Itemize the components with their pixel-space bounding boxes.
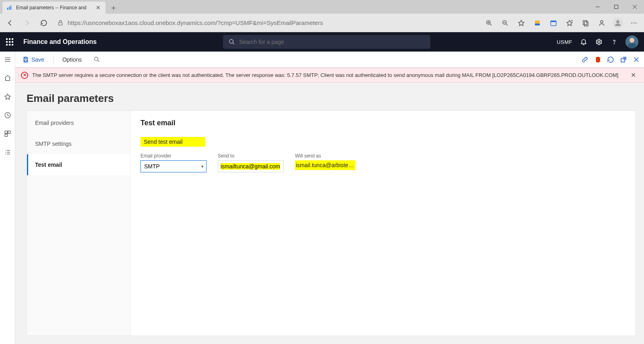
global-search[interactable] xyxy=(223,35,430,49)
tab-favicon xyxy=(6,4,13,11)
options-button[interactable]: Options xyxy=(59,55,85,64)
separator xyxy=(53,55,54,64)
svg-rect-0 xyxy=(7,8,8,10)
svg-point-29 xyxy=(636,22,636,23)
window-minimize[interactable] xyxy=(588,0,607,14)
bell-icon[interactable] xyxy=(580,38,588,46)
ext-calendar-icon[interactable] xyxy=(546,15,561,31)
svg-point-62 xyxy=(95,57,98,61)
svg-rect-34 xyxy=(9,41,10,43)
tab-close-icon[interactable]: ✕ xyxy=(95,4,101,11)
left-rail xyxy=(0,52,15,344)
browser-tab-strip: Email parameters -- Finance and ✕ ＋ xyxy=(0,0,644,14)
panel-tab-email-providers[interactable]: Email providers xyxy=(27,112,130,133)
svg-point-39 xyxy=(229,39,233,43)
new-tab-button[interactable]: ＋ xyxy=(108,2,119,13)
panel: Email providersSMTP settingsTest email T… xyxy=(27,110,636,336)
error-icon: ✕ xyxy=(21,72,28,79)
save-label: Save xyxy=(31,56,44,63)
office-icon[interactable] xyxy=(594,56,601,63)
tab-title: Email parameters -- Finance and xyxy=(16,5,92,10)
panel-tab-smtp-settings[interactable]: SMTP settings xyxy=(27,133,130,154)
svg-rect-61 xyxy=(25,60,27,62)
svg-line-63 xyxy=(98,60,99,62)
svg-rect-33 xyxy=(6,41,8,43)
more-icon[interactable] xyxy=(626,15,642,31)
error-close-icon[interactable]: ✕ xyxy=(628,71,638,79)
svg-point-28 xyxy=(634,22,634,23)
action-bar: Save Options xyxy=(15,52,644,68)
svg-point-41 xyxy=(598,41,600,43)
zoom-in-icon[interactable] xyxy=(481,15,497,31)
svg-rect-30 xyxy=(6,38,8,40)
refresh-icon[interactable] xyxy=(607,56,614,63)
browser-tab[interactable]: Email parameters -- Finance and ✕ xyxy=(2,2,105,14)
svg-rect-32 xyxy=(12,38,13,40)
modules-icon[interactable] xyxy=(4,148,12,156)
close-pane-icon[interactable] xyxy=(633,56,640,63)
app-top-nav: Finance and Operations USMF xyxy=(0,32,644,52)
svg-rect-45 xyxy=(628,44,636,48)
profile-avatar[interactable] xyxy=(610,15,625,31)
svg-point-26 xyxy=(616,20,619,23)
window-close[interactable] xyxy=(625,0,644,14)
svg-rect-52 xyxy=(8,131,10,133)
url-text[interactable]: https://usnconeboxax1aos.cloud.onebox.dy… xyxy=(68,19,323,26)
will-send-as-value: ismail.tunca@arbistec… xyxy=(295,160,355,170)
help-icon[interactable] xyxy=(610,38,618,46)
svg-point-44 xyxy=(630,38,634,43)
favorites-rail-icon[interactable] xyxy=(4,93,12,101)
app-title: Finance and Operations xyxy=(23,38,97,46)
send-to-value: ismailtunca@gmail.com xyxy=(221,163,280,170)
link-icon[interactable] xyxy=(581,56,588,63)
send-to-input[interactable]: ismailtunca@gmail.com xyxy=(218,160,284,172)
svg-marker-20 xyxy=(567,20,572,26)
svg-line-13 xyxy=(506,24,508,25)
svg-rect-31 xyxy=(9,38,10,40)
svg-rect-53 xyxy=(5,134,7,137)
popout-icon[interactable] xyxy=(620,56,627,63)
global-search-input[interactable] xyxy=(239,39,425,45)
window-controls xyxy=(588,0,644,14)
nav-back-button[interactable] xyxy=(2,15,18,31)
chevron-down-icon: ▾ xyxy=(201,164,204,169)
svg-rect-24 xyxy=(584,22,588,26)
save-button[interactable]: Save xyxy=(19,55,47,64)
window-maximize[interactable] xyxy=(607,0,625,14)
svg-point-25 xyxy=(601,21,603,23)
search-icon xyxy=(229,39,235,45)
zoom-out-icon[interactable] xyxy=(497,15,513,31)
legal-entity[interactable]: USMF xyxy=(557,39,572,45)
svg-point-27 xyxy=(632,22,632,23)
send-test-email-button[interactable]: Send test email xyxy=(140,137,205,147)
hamburger-icon[interactable] xyxy=(4,56,12,64)
user-avatar[interactable] xyxy=(625,35,638,48)
browser-address-bar: https://usnconeboxax1aos.cloud.onebox.dy… xyxy=(0,14,644,32)
svg-rect-38 xyxy=(12,44,13,46)
email-provider-label: Email provider xyxy=(140,153,206,159)
collections-icon[interactable] xyxy=(578,15,593,31)
waffle-icon[interactable] xyxy=(3,35,16,48)
panel-nav: Email providersSMTP settingsTest email xyxy=(27,111,131,336)
person-icon[interactable] xyxy=(594,15,609,31)
svg-rect-1 xyxy=(9,6,10,10)
ext-highlight-icon[interactable] xyxy=(530,15,545,31)
lock-icon[interactable] xyxy=(57,20,64,26)
actionbar-search-icon[interactable] xyxy=(91,55,103,64)
panel-tab-test-email[interactable]: Test email xyxy=(27,154,130,175)
send-to-label: Send to xyxy=(218,153,284,159)
email-provider-value: SMTP xyxy=(144,163,160,170)
svg-rect-2 xyxy=(10,6,11,10)
recent-icon[interactable] xyxy=(4,111,12,119)
home-icon[interactable] xyxy=(4,74,12,82)
star-icon[interactable] xyxy=(514,15,529,31)
svg-rect-7 xyxy=(58,23,62,25)
nav-forward-button[interactable] xyxy=(19,15,35,31)
workspaces-icon[interactable] xyxy=(4,130,12,138)
nav-refresh-button[interactable] xyxy=(36,15,52,31)
favorites-icon[interactable] xyxy=(562,15,577,31)
email-provider-select[interactable]: SMTP ▾ xyxy=(140,160,206,172)
svg-rect-37 xyxy=(9,44,10,46)
svg-rect-19 xyxy=(551,21,556,22)
gear-icon[interactable] xyxy=(595,38,603,46)
